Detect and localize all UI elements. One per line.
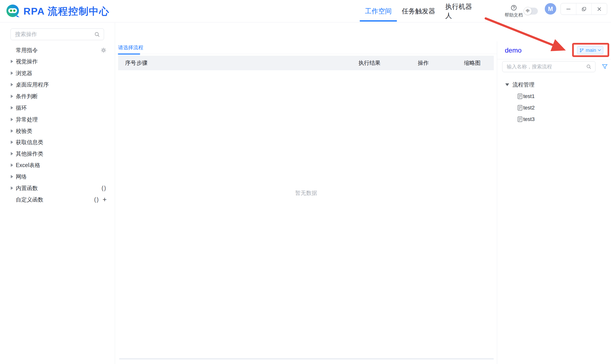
branch-selector-button[interactable]: main [577,46,603,54]
sidebar-item-label: 自定义函数 [16,196,43,203]
tree-item-test2[interactable]: test2 [518,104,535,112]
caret-right-icon [11,106,13,109]
caret-down-icon [505,83,509,86]
sidebar-item-label: 网络 [16,173,27,181]
sidebar-item-network[interactable]: 网络 [0,171,115,182]
avatar[interactable]: M [545,3,556,14]
sidebar-search-input[interactable] [14,31,92,38]
caret-right-icon [11,95,13,98]
tree-item-label: test1 [523,93,535,99]
tab-select-flow-label: 请选择流程 [118,44,143,51]
tree-item-test1[interactable]: test1 [518,92,535,100]
search-icon [586,64,591,69]
sidebar-search-box [11,28,104,40]
sidebar-item-label: 桌面应用程序 [16,81,49,89]
funnel-icon [601,63,608,70]
flow-name: demo [505,41,522,59]
caret-right-icon [11,60,13,63]
tab-workspace[interactable]: 工作空间 [360,0,397,23]
sidebar-item-builtin-functions[interactable]: 内置函数 () [0,182,115,194]
caret-right-icon [11,152,13,155]
logo-robot-icon [5,4,20,19]
filter-button[interactable] [600,62,610,71]
sidebar-item-label: 视觉操作 [16,58,38,65]
column-header-index: 序号 [118,59,136,67]
sidebar-item-label: 获取信息类 [16,139,43,146]
sidebar-item-label: 异常处理 [16,116,38,123]
sidebar-item-validation[interactable]: 校验类 [0,125,115,137]
tab-select-flow[interactable]: 请选择流程 [118,41,143,54]
search-icon [94,32,100,37]
tab-robots[interactable]: 执行机器人 [445,0,477,23]
command-sidebar: 常用指令 视觉操作 浏览器 [0,23,115,364]
sidebar-item-visual-ops[interactable]: 视觉操作 [0,56,115,67]
function-icon[interactable]: () [102,185,107,191]
sidebar-item-label: 循环 [16,104,27,112]
sidebar-item-desktop-apps[interactable]: 桌面应用程序 [0,79,115,90]
flow-panel-header: demo main [497,41,611,59]
app-header: RPA 流程控制中心 工作空间 任务触发器 执行机器人 帮助文档 中 M [0,0,611,23]
sidebar-item-custom-functions[interactable]: 自定义函数 () + [0,194,115,205]
sidebar-item-excel[interactable]: Excel表格 [0,159,115,171]
tab-workspace-label: 工作空间 [365,7,392,16]
tab-robots-label: 执行机器人 [445,2,477,20]
tab-task-trigger[interactable]: 任务触发器 [402,0,435,23]
branch-name-label: main [586,48,596,53]
chevron-down-icon [598,49,601,51]
window-controls [560,3,607,15]
tree-node-flow-management[interactable]: 流程管理 [505,80,534,89]
steps-table-header: 序号 步骤 执行结果 操作 缩略图 [118,56,494,70]
restore-button[interactable] [576,3,592,14]
sidebar-item-loops[interactable]: 循环 [0,102,115,114]
caret-right-icon [11,141,13,144]
flow-steps-panel: 请选择流程 序号 步骤 执行结果 操作 缩略图 暂无数据 [115,23,497,364]
caret-right-icon [11,163,13,167]
sidebar-item-label: 条件判断 [16,93,38,100]
help-docs-button[interactable]: 帮助文档 [504,2,524,21]
caret-right-icon [11,186,13,190]
close-button[interactable] [591,3,607,14]
language-toggle[interactable]: 中 [524,8,538,14]
sidebar-item-label: 浏览器 [16,70,32,77]
question-circle-icon [511,5,517,11]
flow-tab-bar: 请选择流程 [115,41,497,54]
function-icon[interactable]: () [94,196,99,203]
tab-task-trigger-label: 任务触发器 [402,7,435,16]
restore-icon [581,6,587,12]
sidebar-item-label: 常用指令 [16,47,38,54]
sidebar-item-other-ops[interactable]: 其他操作类 [0,148,115,159]
bottom-divider [119,358,494,359]
sidebar-item-label: 内置函数 [16,184,38,192]
sidebar-item-common-commands[interactable]: 常用指令 [0,44,115,56]
tree-item-test3[interactable]: test3 [518,115,535,123]
app-logo: RPA 流程控制中心 [5,3,109,19]
app-title: RPA 流程控制中心 [24,5,109,18]
tree-item-label: test2 [523,105,535,111]
close-icon [597,6,602,12]
minimize-button[interactable] [561,3,576,14]
column-header-result: 执行结果 [343,59,396,67]
caret-right-icon [11,129,13,133]
app-window: RPA 流程控制中心 工作空间 任务触发器 执行机器人 帮助文档 中 M [0,0,611,364]
tree-root-label: 流程管理 [512,81,534,89]
column-header-step: 步骤 [136,59,343,67]
sidebar-item-label: 校验类 [16,127,32,135]
caret-right-icon [11,83,13,86]
gear-icon[interactable] [100,47,107,53]
flow-search-input[interactable] [506,64,584,70]
add-function-icon[interactable]: + [103,196,107,203]
sidebar-item-get-info[interactable]: 获取信息类 [0,136,115,148]
column-header-operation: 操作 [396,59,451,67]
sidebar-item-browser[interactable]: 浏览器 [0,67,115,79]
caret-right-icon [11,118,13,121]
column-header-thumbnail: 缩略图 [451,59,494,67]
sidebar-item-exception-handling[interactable]: 异常处理 [0,114,115,125]
document-icon [518,117,522,122]
caret-right-icon [11,71,13,75]
sidebar-item-label: Excel表格 [16,162,40,169]
document-icon [518,93,522,99]
flow-search-box [502,61,596,72]
sidebar-item-conditions[interactable]: 条件判断 [0,91,115,102]
minimize-icon [566,6,571,12]
tree-item-label: test3 [523,116,535,122]
